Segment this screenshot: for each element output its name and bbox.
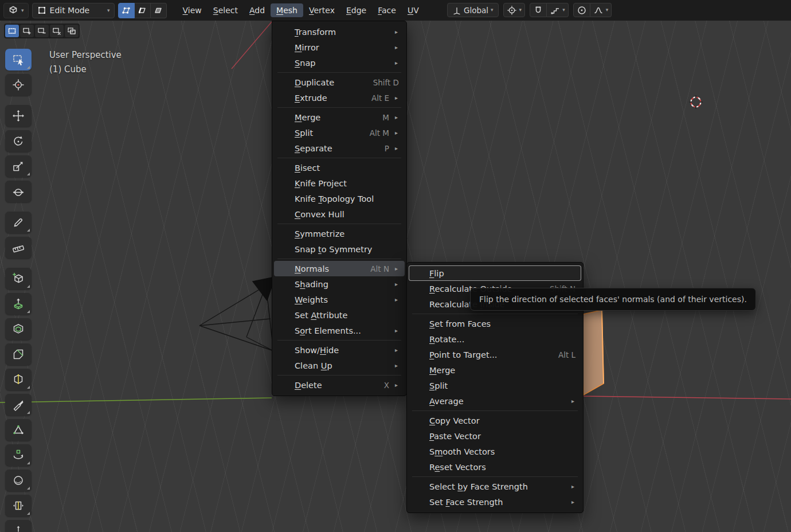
menu-item-split-normals[interactable]: Split [409,378,581,393]
menu-item-label: Delete [295,381,322,390]
menu-vertex[interactable]: Vertex [303,3,340,17]
menu-item-flip[interactable]: Flip [409,265,581,281]
menu-item-label: Split [429,381,448,390]
submenu-arrow-icon: ▸ [394,95,399,101]
menu-item-merge[interactable]: MergeM▸ [274,109,405,125]
menu-item-shading[interactable]: Shading▸ [274,276,405,292]
menu-item-rotate[interactable]: Rotate... [409,331,581,347]
edge-select-mode-button[interactable] [135,3,151,18]
menu-item-transform[interactable]: Transform▸ [274,24,405,40]
snap-toggle-button[interactable] [530,3,547,17]
tool-add-cube[interactable] [5,268,32,290]
submenu-arrow-icon: ▸ [570,398,575,404]
add-cube-icon [11,272,25,285]
snap-target-dropdown[interactable]: ▾ [547,3,569,17]
select-set-button[interactable] [5,25,19,37]
tool-transform[interactable] [5,181,32,202]
falloff-dropdown[interactable]: ▾ [590,3,612,17]
editor-type-button[interactable]: ▾ [3,3,29,18]
tool-bevel[interactable] [5,343,32,365]
menu-item-merge-normals[interactable]: Merge [409,362,581,378]
pivot-dropdown[interactable]: ▾ [503,3,526,17]
menu-item-smooth-vectors[interactable]: Smooth Vectors [409,444,581,459]
menu-item-set-attribute[interactable]: Set Attribute [274,307,405,323]
menu-item-copy-vector[interactable]: Copy Vector [409,413,581,428]
menu-item-symmetrize[interactable]: Symmetrize [274,226,405,241]
tool-extrude-region[interactable] [5,293,32,315]
magnet-icon [533,5,543,15]
wireframe-mesh [199,277,275,351]
menu-item-delete[interactable]: DeleteX▸ [274,377,405,393]
menu-uv[interactable]: UV [402,3,425,17]
tool-smooth[interactable] [5,470,32,491]
tool-measure[interactable] [5,237,32,259]
menu-mesh[interactable]: Mesh [271,3,303,17]
tool-spin[interactable] [5,444,32,466]
chevron-down-icon: ▾ [21,8,24,13]
select-extend-button[interactable] [20,25,34,37]
menu-item-paste-vector[interactable]: Paste Vector [409,428,581,444]
more-tools-indicator [27,310,30,313]
menu-item-duplicate[interactable]: DuplicateShift D [274,75,405,90]
menu-item-bisect[interactable]: Bisect [274,160,405,175]
selected-face[interactable] [581,310,604,395]
more-tools-indicator [27,285,30,288]
menu-item-separate[interactable]: SeparateP▸ [274,140,405,156]
menu-edge[interactable]: Edge [340,3,372,17]
select-subtract-button[interactable] [35,25,49,37]
menu-item-normals[interactable]: NormalsAlt N▸ [274,261,405,276]
menu-face[interactable]: Face [372,3,402,17]
menu-item-label: Flip [429,269,444,278]
tool-edge-slide[interactable] [5,495,32,517]
menu-item-snap-to-symmetry[interactable]: Snap to Symmetry [274,241,405,257]
menu-item-convex-hull[interactable]: Convex Hull [274,206,405,222]
falloff-curve-icon [593,5,604,15]
menu-select[interactable]: Select [207,3,244,17]
tool-cursor[interactable] [5,74,32,96]
proportional-editing-toggle[interactable] [573,3,590,17]
menu-item-sort-elements[interactable]: Sort Elements...▸ [274,323,405,338]
mode-dropdown[interactable]: Edit Mode ▾ [32,3,115,18]
tool-annotate[interactable] [5,212,32,233]
more-tools-indicator [27,487,30,490]
menu-item-clean-up[interactable]: Clean Up▸ [274,358,405,373]
menu-item-label: Weights [295,295,328,304]
orientation-dropdown[interactable]: Global ▾ [447,3,499,17]
menu-item-label: Sort Elements... [295,326,361,335]
tool-poly-build[interactable] [5,419,32,441]
menu-separator [277,375,401,375]
tool-knife[interactable] [5,394,32,416]
menu-add[interactable]: Add [244,3,271,17]
select-box-icon [11,53,25,66]
menu-item-mirror[interactable]: Mirror▸ [274,40,405,55]
tool-loop-cut[interactable] [5,369,32,390]
menu-item-average[interactable]: Average▸ [409,393,581,409]
tool-rotate[interactable] [5,130,32,152]
menu-item-select-by-face-strength[interactable]: Select by Face Strength▸ [409,479,581,494]
tool-shrink-fatten[interactable] [5,520,32,532]
menu-item-reset-vectors[interactable]: Reset Vectors [409,459,581,475]
menu-item-label: Clean Up [295,361,332,370]
vertex-select-mode-button[interactable] [118,3,135,18]
tool-inset-faces[interactable] [5,318,32,340]
menu-item-point-to-target[interactable]: Point to Target...Alt L [409,347,581,362]
menu-item-split[interactable]: SplitAlt M▸ [274,125,405,140]
menu-item-set-from-faces[interactable]: Set from Faces [409,316,581,331]
tool-select-box[interactable] [5,49,32,71]
menu-item-extrude[interactable]: ExtrudeAlt E▸ [274,90,405,105]
tool-move[interactable] [5,105,32,127]
menu-item-set-face-strength[interactable]: Set Face Strength▸ [409,494,581,510]
menu-item-knife-topology-tool[interactable]: Knife Topology Tool [274,191,405,206]
menu-item-snap[interactable]: Snap▸ [274,55,405,71]
chevron-down-icon: ▾ [107,8,110,13]
menu-item-knife-project[interactable]: Knife Project [274,175,405,191]
select-intersect-button[interactable] [65,25,79,37]
menu-item-weights[interactable]: Weights▸ [274,292,405,307]
menu-item-shortcut: M [374,113,389,122]
face-select-mode-button[interactable] [151,3,167,18]
menu-view[interactable]: View [177,3,207,17]
select-invert-button[interactable] [50,25,64,37]
menu-item-show-hide[interactable]: Show/Hide▸ [274,342,405,358]
tool-scale[interactable] [5,155,32,177]
edge-select-icon [137,5,147,15]
